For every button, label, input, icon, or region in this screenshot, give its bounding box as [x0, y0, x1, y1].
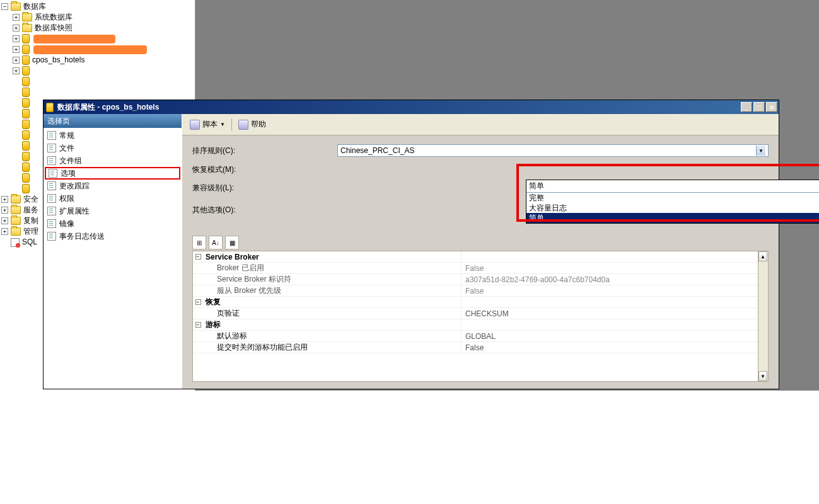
- property-grid[interactable]: − Service Broker Broker 已启用 False Servic…: [192, 251, 769, 382]
- category-row[interactable]: − 游标: [193, 319, 768, 331]
- database-icon: [22, 77, 30, 86]
- spacer: [13, 121, 20, 128]
- tree-node-db[interactable]: [1, 76, 194, 87]
- sidebar-item-options[interactable]: 选项: [45, 167, 180, 180]
- maximize-button[interactable]: □: [753, 102, 765, 112]
- sidebar-item-mirroring[interactable]: 镜像: [45, 217, 180, 230]
- category-label: 恢复: [203, 297, 462, 307]
- expander-icon[interactable]: +: [13, 57, 20, 64]
- sidebar-item-extended[interactable]: 扩展属性: [45, 205, 180, 217]
- sidebar-header: 选择页: [44, 114, 182, 128]
- button-label: 帮助: [251, 119, 266, 130]
- expander-icon[interactable]: +: [1, 196, 8, 203]
- tree-node-db[interactable]: +: [1, 66, 194, 76]
- property-value: False: [462, 285, 768, 296]
- property-row[interactable]: 页验证 CHECKSUM: [193, 308, 768, 319]
- sidebar-item-filegroups[interactable]: 文件组: [45, 154, 180, 167]
- expander-icon[interactable]: +: [13, 35, 20, 42]
- property-value: a307a51d-82b2-4769-a000-4a7c6b704d0a: [462, 274, 768, 285]
- tree-label: 服务: [23, 205, 38, 215]
- category-row[interactable]: − 恢复: [193, 297, 768, 308]
- sidebar-item-label: 镜像: [59, 219, 74, 229]
- sidebar-item-label: 扩展属性: [59, 206, 90, 217]
- collation-select[interactable]: Chinese_PRC_CI_AS ▼: [337, 144, 769, 157]
- tree-node-db-redacted[interactable]: +: [1, 44, 194, 55]
- property-row[interactable]: Service Broker 标识符 a307a51d-82b2-4769-a0…: [193, 274, 768, 285]
- property-grid-toolbar: ⊞ A↓ ▦: [192, 234, 769, 251]
- dropdown-option-full[interactable]: 完整: [526, 193, 819, 203]
- property-row[interactable]: 服从 Broker 优先级 False: [193, 285, 768, 297]
- spacer: [13, 175, 20, 181]
- collapse-icon[interactable]: −: [195, 299, 201, 305]
- property-row[interactable]: Broker 已启用 False: [193, 263, 768, 274]
- expander-icon[interactable]: +: [1, 207, 8, 214]
- sidebar-item-permissions[interactable]: 权限: [45, 192, 180, 205]
- help-icon: [238, 120, 248, 130]
- recovery-mode-dropdown[interactable]: 简单 ▼ 完整 大容量日志 简单: [526, 180, 819, 224]
- tree-node-system-db[interactable]: + 系统数据库: [1, 12, 194, 23]
- database-icon: [22, 45, 30, 54]
- property-row[interactable]: 默认游标 GLOBAL: [193, 331, 768, 342]
- database-icon: [22, 88, 30, 97]
- sidebar-item-files[interactable]: 文件: [45, 142, 180, 154]
- spacer: [1, 239, 8, 246]
- sidebar-item-label: 选项: [61, 168, 76, 179]
- page-icon: [47, 194, 56, 203]
- expander-icon[interactable]: +: [13, 46, 20, 53]
- page-icon: [49, 169, 57, 178]
- separator: [231, 118, 232, 131]
- tree-node-snapshot[interactable]: + 数据库快照: [1, 23, 194, 33]
- collapse-icon[interactable]: −: [195, 322, 201, 328]
- tree-node-db-redacted[interactable]: +: [1, 33, 194, 44]
- tree-label: 系统数据库: [35, 12, 73, 23]
- tree-label: SQL: [22, 237, 37, 248]
- select-value: 简单: [529, 181, 544, 192]
- tree-node-db[interactable]: [1, 87, 194, 98]
- sidebar-item-change-tracking[interactable]: 更改跟踪: [45, 180, 180, 192]
- collation-label: 排序规则(C):: [192, 146, 337, 156]
- grid-button[interactable]: ▦: [225, 236, 239, 249]
- database-icon: [22, 98, 30, 108]
- property-value: False: [462, 263, 768, 273]
- redacted-marker: [33, 35, 115, 43]
- tree-node-databases[interactable]: − 数据库: [1, 1, 194, 12]
- sidebar-item-log-shipping[interactable]: 事务日志传送: [45, 230, 180, 243]
- alphabetical-button[interactable]: A↓: [209, 236, 223, 249]
- script-button[interactable]: 脚本▼: [187, 118, 228, 131]
- button-label: 脚本: [202, 119, 218, 130]
- scrollbar[interactable]: ▲ ▼: [758, 251, 768, 381]
- tree-label: 管理: [23, 226, 38, 237]
- minimize-button[interactable]: _: [741, 102, 752, 112]
- categorized-button[interactable]: ⊞: [192, 236, 206, 249]
- dialog-title: 数据库属性 - cpos_bs_hotels: [57, 102, 741, 113]
- dropdown-option-bulk[interactable]: 大容量日志: [526, 203, 819, 213]
- sidebar-item-label: 事务日志传送: [59, 231, 105, 242]
- sidebar-item-label: 文件: [59, 143, 74, 154]
- help-button[interactable]: 帮助: [236, 118, 269, 131]
- expander-icon[interactable]: +: [1, 228, 8, 235]
- collapse-icon[interactable]: −: [195, 254, 201, 260]
- tree-label: 安全: [23, 194, 38, 205]
- category-row[interactable]: − Service Broker: [193, 251, 768, 263]
- expander-icon[interactable]: +: [13, 25, 20, 32]
- tree-node-cpos[interactable]: + cpos_bs_hotels: [1, 55, 194, 66]
- dialog-titlebar[interactable]: 数据库属性 - cpos_bs_hotels _ □ ✕: [44, 100, 779, 114]
- expander-icon[interactable]: −: [1, 3, 8, 10]
- dropdown-current[interactable]: 简单 ▼: [526, 180, 819, 193]
- close-button[interactable]: ✕: [766, 102, 777, 112]
- expander-icon[interactable]: +: [1, 217, 8, 224]
- scroll-down-button[interactable]: ▼: [758, 371, 767, 381]
- spacer: [13, 164, 20, 171]
- database-icon: [22, 120, 30, 129]
- scroll-up-button[interactable]: ▲: [758, 251, 767, 261]
- property-value: GLOBAL: [462, 331, 768, 341]
- sidebar-item-general[interactable]: 常规: [45, 129, 180, 142]
- page-icon: [47, 181, 56, 190]
- database-icon: [22, 152, 30, 161]
- expander-icon[interactable]: +: [13, 14, 20, 21]
- property-row[interactable]: 提交时关闭游标功能已启用 False: [193, 342, 768, 353]
- expander-icon[interactable]: +: [13, 67, 20, 74]
- tree-label: cpos_bs_hotels: [32, 55, 84, 66]
- script-icon: [190, 120, 200, 130]
- dropdown-option-simple[interactable]: 简单: [526, 213, 819, 223]
